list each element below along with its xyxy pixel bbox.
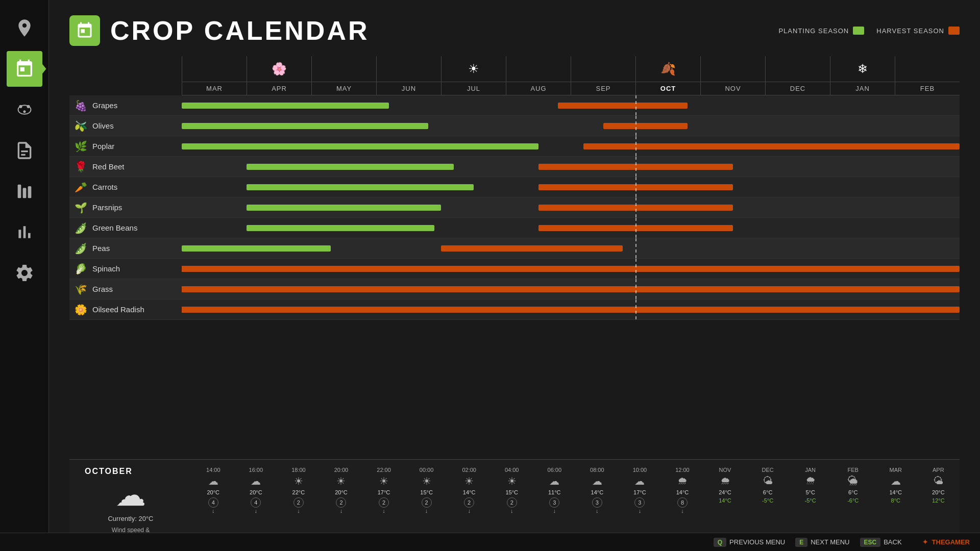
month-dec: DEC [765,82,830,95]
crop-name: Carrots [92,183,117,191]
weather-wind: 3↓ [576,497,619,514]
weather-hour: 08:00 [576,467,619,473]
crop-row: 🌱Parsnips [69,197,960,218]
season-mar [182,56,247,82]
harvest-label: HARVEST SEASON [876,27,944,35]
svg-rect-6 [28,186,31,198]
weather-hour: 18:00 [277,467,320,473]
month-apr: APR [247,82,311,95]
sidebar-item-settings[interactable] [7,255,42,291]
back-label: BACK [884,538,901,546]
sidebar-item-stats[interactable] [7,214,42,250]
future-month: FEB [831,467,874,473]
weather-wind: 2↓ [277,497,320,514]
crop-icon: 🍇 [75,99,87,112]
future-low-temp: 12°C [917,497,960,514]
future-weather-icon: 🌤 [917,475,960,487]
back-btn[interactable]: ESC BACK [860,538,902,547]
month-feb: FEB [895,82,960,95]
sidebar-item-tasks[interactable] [7,133,42,168]
future-month: NOV [704,467,747,473]
future-month: DEC [746,467,789,473]
weather-hours-row: 14:0016:0018:0020:0022:0000:0002:0004:00… [192,467,960,473]
season-dec [765,56,830,82]
weather-icon: ☀ [320,475,363,487]
crop-bars [182,177,960,197]
crop-bar-harvest [538,164,733,170]
future-month: JAN [789,467,832,473]
crop-name: Grass [92,285,113,293]
season-icons-row: 🌸 ☀ 🍂 ❄ [182,56,960,82]
month-mar: MAR [182,82,247,95]
crop-bar-planting [182,143,538,149]
weather-month: OCTOBER [85,467,133,476]
month-jan: JAN [830,82,895,95]
weather-temp: 15°C [491,489,533,495]
crop-icon: 🥕 [75,181,87,193]
future-low-temp: 8°C [874,497,917,514]
weather-temp: 20°C [235,489,278,495]
weather-hour: 04:00 [491,467,533,473]
sidebar-item-map[interactable] [7,10,42,46]
svg-point-1 [19,105,22,108]
future-low-temp: -5°C [746,497,789,514]
crop-bar-planting [182,123,428,129]
future-weather-icon: 🌦 [831,475,874,487]
future-high-temp: 5°C [789,489,832,495]
weather-temp: 15°C [405,489,448,495]
future-weather-icon: 🌤 [746,475,789,487]
weather-wind: 2↓ [491,497,533,514]
crop-bar-harvest [538,184,733,190]
crop-row: 🌼Oilseed Radish [69,299,960,320]
month-sep: SEP [571,82,635,95]
prev-menu-label: PREVIOUS MENU [729,538,785,546]
calendar-icon [69,15,100,46]
sidebar-item-production[interactable] [7,173,42,209]
crop-bars [182,197,960,217]
crop-bar-harvest [558,103,688,109]
legend: PLANTING SEASON HARVEST SEASON [778,27,960,35]
prev-menu-btn[interactable]: Q PREVIOUS MENU [714,538,785,547]
crop-bar-harvest [182,307,960,313]
weather-wind-row: 4↓4↓2↓2↓2↓2↓2↓2↓3↓3↓3↓8↓14°C-5°C-5°C-6°C… [192,497,960,514]
crop-icon: 🌼 [75,304,87,316]
season-jul: ☀ [441,56,506,82]
crop-bars [182,95,960,115]
next-menu-btn[interactable]: E NEXT MENU [795,538,849,547]
crop-row: 🌹Red Beet [69,157,960,177]
crop-row: 🥕Carrots [69,177,960,197]
weather-icon: ☁ [235,475,278,487]
crop-icon: 🫒 [75,120,87,132]
crop-label-grapes: 🍇Grapes [69,99,182,112]
sidebar [0,0,49,551]
weather-icon: ☀ [277,475,320,487]
crop-label-parsnips: 🌱Parsnips [69,202,182,214]
crop-name: Green Beans [92,223,137,232]
crop-bar-planting [247,184,474,190]
month-oct: OCT [635,82,700,95]
weather-hour: 10:00 [619,467,662,473]
weather-icon: ☀ [448,475,491,487]
svg-rect-4 [17,185,21,198]
weather-wind: 8↓ [661,497,704,514]
crop-bars [182,299,960,319]
svg-point-2 [27,105,30,108]
brand-name: THEGAMER [932,538,970,546]
month-nov: NOV [700,82,765,95]
season-aug [506,56,571,82]
future-high-temp: 6°C [746,489,789,495]
crop-bar-planting [247,205,441,211]
crop-bars [182,279,960,299]
sidebar-item-calendar[interactable] [7,51,42,87]
crop-name: Parsnips [92,203,122,212]
weather-hour: 00:00 [405,467,448,473]
crop-name: Grapes [92,101,117,110]
crop-row: 🫛Green Beans [69,218,960,238]
weather-temp: 17°C [362,489,405,495]
planting-color-box [853,27,864,35]
weather-icon: ☀ [405,475,448,487]
crop-bars [182,136,960,156]
sidebar-item-animals[interactable] [7,92,42,128]
weather-icons-row: ☁☁☀☀☀☀☀☀☁☁☁🌧🌧🌤🌨🌦☁🌤 [192,475,960,487]
season-feb [895,56,960,82]
